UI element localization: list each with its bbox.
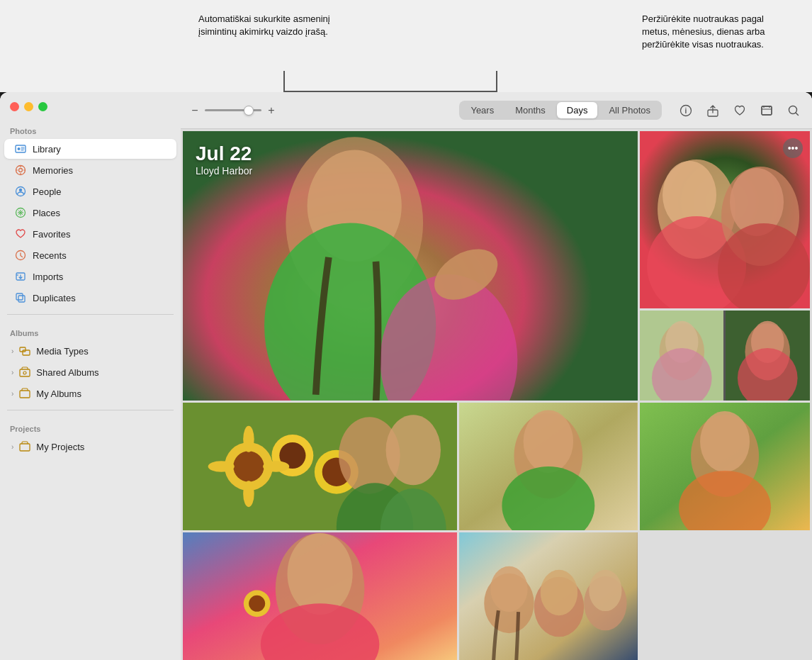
- svg-point-62: [243, 481, 254, 507]
- svg-rect-28: [762, 106, 772, 115]
- close-button[interactable]: [10, 102, 19, 111]
- tooltip-line-left: [283, 71, 285, 92]
- sidebar-label-my-albums: My Albums: [36, 388, 81, 399]
- photo-mid-right-b[interactable]: [726, 311, 810, 401]
- expand-arrow-projects: ›: [11, 443, 13, 451]
- sidebar-label-media-types: Media Types: [36, 346, 88, 357]
- photo-date-overlay: Jul 22 Lloyd Harbor: [196, 142, 252, 177]
- sidebar-item-shared-albums[interactable]: › Shared Albums: [4, 362, 176, 382]
- svg-rect-29: [762, 106, 772, 115]
- maximize-button[interactable]: [38, 102, 47, 111]
- minimize-button[interactable]: [24, 102, 33, 111]
- sidebar: Photos Library: [0, 92, 181, 660]
- tooltip-left: Automatiškai sukurkite asmeninį įsiminti…: [198, 13, 340, 92]
- app-window: Photos Library: [0, 92, 812, 660]
- zoom-control: − +: [189, 104, 277, 117]
- tooltip-connector: [283, 91, 497, 92]
- imports-icon: [14, 270, 27, 283]
- svg-point-22: [23, 371, 26, 374]
- svg-point-82: [249, 595, 265, 612]
- search-button[interactable]: [784, 101, 803, 121]
- sidebar-item-memories[interactable]: Memories: [4, 160, 176, 180]
- memories-icon: [14, 164, 27, 177]
- sidebar-item-favorites[interactable]: Favorites: [4, 224, 176, 244]
- sidebar-item-media-types[interactable]: › Media Types: [4, 341, 176, 361]
- places-icon: [14, 206, 27, 219]
- tooltip-area: Automatiškai sukurkite asmeninį įsiminti…: [0, 0, 812, 92]
- sidebar-item-my-albums[interactable]: › My Albums: [4, 384, 176, 403]
- zoom-slider[interactable]: [205, 109, 261, 111]
- zoom-plus-button[interactable]: +: [266, 104, 277, 117]
- svg-point-61: [243, 426, 254, 452]
- tab-years[interactable]: Years: [461, 102, 504, 118]
- tab-all-photos[interactable]: All Photos: [599, 102, 660, 118]
- sidebar-label-library: Library: [33, 144, 169, 155]
- slideshow-button[interactable]: [757, 101, 777, 121]
- tooltip-right-text: Peržiūrėkite nuotraukas pagal metus, mėn…: [642, 13, 765, 50]
- svg-point-56: [233, 451, 264, 481]
- svg-point-87: [541, 570, 577, 615]
- svg-point-64: [263, 461, 289, 471]
- sidebar-label-shared-albums: Shared Albums: [36, 367, 98, 378]
- my-albums-icon: [19, 387, 32, 400]
- sidebar-item-my-projects[interactable]: › My Projects: [4, 437, 176, 457]
- sidebar-label-favorites: Favorites: [33, 229, 169, 240]
- svg-line-32: [796, 113, 799, 116]
- info-button[interactable]: i: [676, 101, 696, 121]
- tooltip-right: Peržiūrėkite nuotraukas pagal metus, mėn…: [642, 13, 784, 92]
- sidebar-item-imports[interactable]: Imports: [4, 267, 176, 286]
- people-icon: [14, 185, 27, 198]
- svg-point-71: [524, 410, 573, 473]
- photo-mid-right-a[interactable]: [640, 311, 724, 401]
- toolbar: − + Years Months Days All Photos: [181, 92, 812, 129]
- photo-location: Lloyd Harbor: [196, 165, 252, 177]
- window-controls: [0, 92, 181, 118]
- toolbar-actions: i: [676, 101, 803, 121]
- sidebar-label-duplicates: Duplicates: [33, 293, 169, 303]
- tab-days[interactable]: Days: [557, 102, 598, 118]
- tooltip-left-text: Automatiškai sukurkite asmeninį įsiminti…: [198, 13, 330, 37]
- photo-date: Jul 22: [196, 142, 252, 165]
- svg-text:i: i: [685, 107, 687, 115]
- sidebar-item-recents[interactable]: Recents: [4, 245, 176, 265]
- shared-albums-icon: [19, 366, 32, 379]
- sidebar-label-places: Places: [33, 208, 169, 218]
- svg-point-79: [288, 533, 353, 615]
- more-button[interactable]: •••: [783, 138, 803, 158]
- sidebar-label-people: People: [33, 186, 169, 197]
- zoom-minus-button[interactable]: −: [189, 104, 201, 117]
- svg-point-12: [19, 189, 22, 191]
- sidebar-item-people[interactable]: People: [4, 181, 176, 201]
- photo-row2-2[interactable]: [459, 403, 638, 530]
- sidebar-label-my-projects: My Projects: [36, 442, 84, 452]
- svg-rect-24: [20, 444, 30, 451]
- svg-point-66: [386, 415, 441, 485]
- photo-row3-2[interactable]: [459, 532, 638, 660]
- share-button[interactable]: [703, 101, 723, 121]
- expand-arrow-myalbums: ›: [11, 390, 13, 398]
- photo-row2-3[interactable]: [640, 403, 810, 530]
- svg-point-85: [491, 566, 528, 612]
- expand-arrow-media: ›: [11, 347, 13, 355]
- photo-row2-1[interactable]: [183, 403, 457, 530]
- projects-section-label: Projects: [0, 416, 181, 436]
- sidebar-item-places[interactable]: Places: [4, 203, 176, 223]
- sidebar-item-duplicates[interactable]: Duplicates: [4, 288, 176, 308]
- tab-months[interactable]: Months: [505, 102, 556, 118]
- favorite-button[interactable]: [730, 101, 750, 121]
- sidebar-item-library[interactable]: Library: [4, 139, 176, 159]
- svg-rect-21: [20, 369, 30, 376]
- photo-top-right[interactable]: •••: [640, 131, 810, 308]
- svg-rect-17: [18, 296, 25, 302]
- zoom-slider-thumb[interactable]: [244, 106, 254, 116]
- tooltip-line-right: [496, 71, 497, 92]
- svg-rect-20: [23, 350, 30, 355]
- photo-row3-1[interactable]: [183, 532, 457, 660]
- svg-rect-23: [20, 391, 30, 398]
- duplicates-icon: [14, 291, 27, 304]
- view-tabs: Years Months Days All Photos: [459, 101, 662, 120]
- photo-grid: Jul 22 Lloyd Harbor: [181, 129, 812, 660]
- photo-main[interactable]: Jul 22 Lloyd Harbor: [183, 131, 638, 401]
- photo-mid-right: [640, 311, 810, 401]
- svg-point-63: [208, 461, 235, 471]
